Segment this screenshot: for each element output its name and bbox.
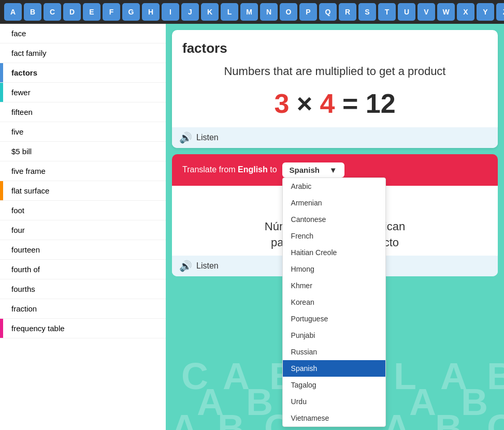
lang-option-cantonese[interactable]: Cantonese <box>283 211 385 228</box>
sidebar-item-fourths[interactable]: fourths <box>0 279 166 299</box>
alpha-btn-v[interactable]: V <box>417 3 435 21</box>
language-dropdown-container: Spanish ▼ ArabicArmenianCantoneseFrenchH… <box>282 162 344 177</box>
alpha-btn-g[interactable]: G <box>122 3 140 21</box>
color-bar-four <box>0 220 3 240</box>
math-operator: × <box>297 88 320 118</box>
lang-option-punjabi[interactable]: Punjabi <box>283 327 385 344</box>
alpha-btn-j[interactable]: J <box>181 3 199 21</box>
alpha-btn-r[interactable]: R <box>339 3 356 21</box>
color-bar-fact-family <box>0 43 3 63</box>
listen-label: Listen <box>196 133 219 142</box>
lang-option-portuguese[interactable]: Portuguese <box>283 310 385 327</box>
alpha-btn-n[interactable]: N <box>260 3 278 21</box>
lang-option-korean[interactable]: Korean <box>283 294 385 310</box>
math-result: 12 <box>366 88 396 118</box>
alpha-btn-i[interactable]: I <box>162 3 179 21</box>
alpha-btn-a[interactable]: A <box>4 3 22 21</box>
sidebar-item-frequency-table[interactable]: frequency table <box>0 319 166 338</box>
alpha-btn-b[interactable]: B <box>24 3 41 21</box>
sidebar-item-fewer[interactable]: fewer <box>0 83 166 102</box>
bg-tile-9: L <box>394 355 416 397</box>
alpha-btn-f[interactable]: F <box>103 3 120 21</box>
sidebar-item-fifteen[interactable]: fifteen <box>0 102 166 122</box>
alpha-btn-m[interactable]: M <box>240 3 258 21</box>
bg-tile-1: A <box>223 355 250 397</box>
alpha-btn-h[interactable]: H <box>142 3 160 21</box>
sidebar-label-fourth-of: fourth of <box>11 265 40 274</box>
sidebar-item-five-frame[interactable]: five frame <box>0 161 166 181</box>
color-bar-face <box>0 24 3 43</box>
bg-tile-17: A <box>383 407 410 430</box>
math-left: 3 <box>274 88 289 118</box>
bg-tile-0: C <box>181 355 208 397</box>
math-equals: = <box>342 88 366 118</box>
listen-bar[interactable]: 🔊 Listen <box>172 127 498 148</box>
lang-option-spanish[interactable]: Spanish <box>283 360 385 377</box>
sidebar: facefact familyfactorsfewerfifteenfive$5… <box>0 24 166 430</box>
chevron-down-icon: ▼ <box>329 166 337 174</box>
color-bar-fourths <box>0 279 3 299</box>
alpha-btn-t[interactable]: T <box>378 3 396 21</box>
bg-tile-7: B <box>218 407 244 430</box>
alpha-btn-l[interactable]: L <box>221 3 238 21</box>
translate-prefix: Translate from English to <box>182 165 277 174</box>
alpha-btn-c[interactable]: C <box>44 3 61 21</box>
alpha-btn-u[interactable]: U <box>398 3 415 21</box>
alpha-btn-d[interactable]: D <box>63 3 81 21</box>
bg-tile-4: B <box>246 381 273 423</box>
sidebar-label-foot: foot <box>11 206 24 215</box>
sidebar-item-foot[interactable]: foot <box>0 201 166 220</box>
alpha-btn-s[interactable]: S <box>358 3 376 21</box>
sidebar-label-four: four <box>11 226 25 234</box>
sidebar-label-fifteen: fifteen <box>11 108 33 116</box>
card-definition: Numbers that are multiplied to get a pro… <box>182 64 487 80</box>
sidebar-label-face: face <box>11 29 26 38</box>
color-bar-fourth-of <box>0 260 3 279</box>
sidebar-label-frequency-table: frequency table <box>11 324 65 333</box>
lang-option-arabic[interactable]: Arabic <box>283 178 385 195</box>
alpha-btn-q[interactable]: Q <box>319 3 337 21</box>
alpha-btn-o[interactable]: O <box>280 3 297 21</box>
sidebar-item-fact-family[interactable]: fact family <box>0 43 166 63</box>
bg-tile-11: B <box>487 355 504 397</box>
color-bar-five-frame <box>0 161 3 181</box>
lang-option-armenian[interactable]: Armenian <box>283 195 385 211</box>
lang-option-french[interactable]: French <box>283 228 385 244</box>
alpha-btn-k[interactable]: K <box>201 3 219 21</box>
alpha-btn-e[interactable]: E <box>83 3 100 21</box>
lang-option-khmer[interactable]: Khmer <box>283 277 385 294</box>
sidebar-item-fraction[interactable]: fraction <box>0 299 166 319</box>
bg-tile-6: A <box>171 407 198 430</box>
lang-option-tagalog[interactable]: Tagalog <box>283 377 385 393</box>
sidebar-item-5bill[interactable]: $5 bill <box>0 142 166 161</box>
lang-option-urdu[interactable]: Urdu <box>283 393 385 410</box>
sidebar-item-four[interactable]: four <box>0 220 166 240</box>
color-bar-flat-surface <box>0 181 3 200</box>
lang-option-vietnamese[interactable]: Vietnamese <box>283 410 385 426</box>
bg-tile-3: A <box>197 381 224 423</box>
sidebar-item-factors[interactable]: factors <box>0 63 166 83</box>
sidebar-label-fraction: fraction <box>11 304 37 313</box>
sidebar-item-fourth-of[interactable]: fourth of <box>0 260 166 279</box>
alpha-btn-w[interactable]: W <box>437 3 455 21</box>
speaker-icon: 🔊 <box>179 131 192 144</box>
speaker-icon-2: 🔊 <box>179 260 192 272</box>
math-display: 3 × 4 = 12 <box>182 88 487 119</box>
sidebar-item-fourteen[interactable]: fourteen <box>0 240 166 260</box>
alpha-btn-y[interactable]: Y <box>477 3 494 21</box>
math-right: 4 <box>320 88 335 118</box>
content-area: CABABCABCLABCLABCABCABCA factors Numbers… <box>166 24 504 430</box>
language-dropdown[interactable]: Spanish ▼ <box>282 162 344 177</box>
alpha-btn-x[interactable]: X <box>457 3 474 21</box>
alpha-btn-p[interactable]: P <box>299 3 317 21</box>
sidebar-item-flat-surface[interactable]: flat surface <box>0 181 166 201</box>
alpha-btn-z[interactable]: Z <box>496 3 504 21</box>
lang-option-russian[interactable]: Russian <box>283 344 385 360</box>
sidebar-label-fourteen: fourteen <box>11 245 40 254</box>
lang-option-hmong[interactable]: Hmong <box>283 261 385 277</box>
lang-option-haitian-creole[interactable]: Haitian Creole <box>283 244 385 261</box>
sidebar-label-flat-surface: flat surface <box>11 186 49 195</box>
sidebar-item-face[interactable]: face <box>0 24 166 43</box>
color-bar-frequency-table <box>0 319 3 338</box>
sidebar-item-five[interactable]: five <box>0 122 166 142</box>
